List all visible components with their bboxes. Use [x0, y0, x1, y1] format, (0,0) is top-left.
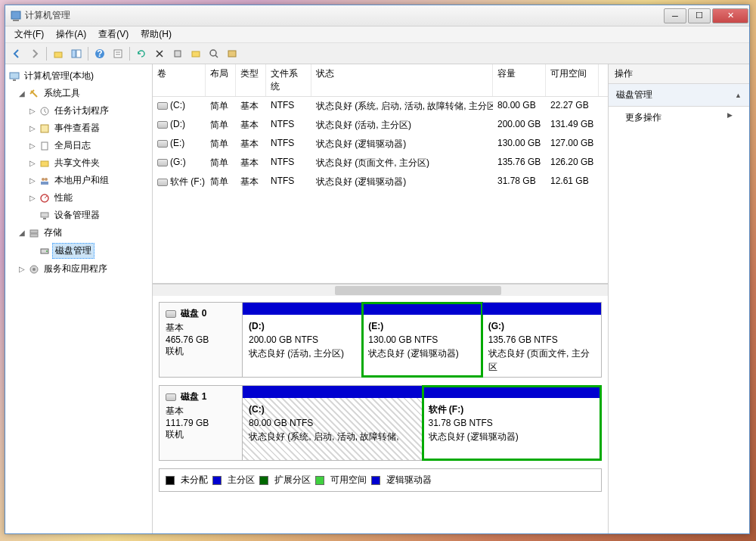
col-volume[interactable]: 卷: [153, 64, 206, 96]
tree-performance[interactable]: ▷性能: [7, 189, 150, 207]
col-layout[interactable]: 布局: [206, 64, 236, 96]
volume-list[interactable]: 卷 布局 类型 文件系统 状态 容量 可用空间 (C:)简单基本NTFS状态良好…: [153, 64, 608, 284]
disk-row[interactable]: 磁盘 1基本111.79 GB联机(C:)80.00 GB NTFS状态良好 (…: [159, 385, 602, 461]
refresh-button[interactable]: [133, 45, 150, 62]
volume-row[interactable]: (C:)简单基本NTFS状态良好 (系统, 启动, 活动, 故障转储, 主分区)…: [153, 97, 608, 116]
col-type[interactable]: 类型: [236, 64, 266, 96]
maximize-button[interactable]: ☐: [688, 8, 711, 23]
tree-root[interactable]: 计算机管理(本地): [7, 67, 150, 85]
legend-unalloc-box: [166, 476, 175, 485]
menu-view[interactable]: 查看(V): [92, 26, 135, 42]
tree-diskmgmt[interactable]: 磁盘管理: [7, 241, 150, 260]
minimize-button[interactable]: ─: [664, 8, 686, 23]
tool-5[interactable]: [169, 45, 186, 62]
tree-eventviewer[interactable]: ▷事件查看器: [7, 120, 150, 137]
volume-header-row: 卷 布局 类型 文件系统 状态 容量 可用空间: [153, 64, 608, 97]
svg-rect-1: [13, 20, 19, 21]
col-fs[interactable]: 文件系统: [266, 64, 311, 96]
menubar: 文件(F) 操作(A) 查看(V) 帮助(H): [5, 26, 749, 43]
svg-rect-3: [72, 50, 76, 58]
tree-devicemgr[interactable]: 设备管理器: [7, 207, 150, 224]
back-button[interactable]: [8, 45, 25, 62]
app-icon: [10, 10, 22, 22]
svg-point-30: [46, 250, 48, 252]
menu-help[interactable]: 帮助(H): [135, 26, 178, 42]
svg-rect-2: [54, 52, 62, 58]
partition[interactable]: 软件 (F:)31.78 GB NTFS状态良好 (逻辑驱动器): [423, 386, 602, 460]
partition[interactable]: (E:)130.00 GB NTFS状态良好 (逻辑驱动器): [362, 303, 482, 377]
menu-action[interactable]: 操作(A): [50, 26, 92, 42]
svg-text:?: ?: [97, 48, 102, 59]
delete-button[interactable]: [151, 45, 168, 62]
tree-storage[interactable]: ◢存储: [7, 224, 150, 241]
up-button[interactable]: [50, 45, 67, 62]
svg-rect-25: [41, 213, 48, 217]
expand-icon[interactable]: ▷: [28, 176, 37, 185]
folder-share-icon: [39, 157, 51, 169]
partition-body: (E:)130.00 GB NTFS状态良好 (逻辑驱动器): [362, 315, 481, 377]
disk-row[interactable]: 磁盘 0基本465.76 GB联机(D:)200.00 GB NTFS状态良好 …: [159, 302, 602, 378]
log-icon: [39, 140, 51, 152]
collapse-icon[interactable]: ▲: [735, 92, 742, 99]
collapse-icon[interactable]: ◢: [17, 89, 26, 98]
hscroll-thumb[interactable]: [335, 286, 501, 295]
volume-row[interactable]: (D:)简单基本NTFS状态良好 (活动, 主分区)200.00 GB131.4…: [153, 116, 608, 135]
volume-row[interactable]: (G:)简单基本NTFS状态良好 (页面文件, 主分区)135.76 GB126…: [153, 154, 608, 173]
disk-info: 磁盘 1基本111.79 GB联机: [160, 386, 243, 460]
window-title: 计算机管理: [25, 9, 663, 22]
actions-section[interactable]: 磁盘管理 ▲: [609, 84, 749, 107]
menu-file[interactable]: 文件(F): [8, 26, 50, 42]
col-free[interactable]: 可用空间: [546, 64, 599, 96]
tree-globallog[interactable]: ▷全局日志: [7, 137, 150, 154]
col-capacity[interactable]: 容量: [493, 64, 546, 96]
disk-icon: [157, 159, 168, 166]
collapse-icon[interactable]: ◢: [17, 229, 26, 237]
expand-icon[interactable]: ▷: [17, 265, 26, 273]
tree-systools[interactable]: ◢ 系统工具: [7, 85, 150, 102]
disk-icon: [166, 393, 176, 401]
computer-icon: [8, 70, 20, 82]
expand-icon[interactable]: ▷: [28, 124, 37, 132]
help-button[interactable]: ?: [91, 45, 108, 62]
partition-header: [243, 386, 422, 398]
partition-body: 软件 (F:)31.78 GB NTFS状态良好 (逻辑驱动器): [423, 398, 602, 460]
legend-extended-box: [259, 476, 268, 485]
forward-button[interactable]: [26, 45, 43, 62]
disk-icon: [157, 140, 168, 148]
toolbar: ?: [5, 43, 749, 64]
center-panel: 卷 布局 类型 文件系统 状态 容量 可用空间 (C:)简单基本NTFS状态良好…: [153, 64, 609, 533]
close-button[interactable]: ✕: [712, 8, 748, 23]
nav-tree[interactable]: 计算机管理(本地) ◢ 系统工具 ▷任务计划程序 ▷事件查看器 ▷全局日志 ▷共…: [5, 64, 153, 533]
tree-sharedfolders[interactable]: ▷共享文件夹: [7, 154, 150, 172]
actions-more[interactable]: 更多操作 ▶: [609, 107, 749, 129]
svg-rect-16: [13, 79, 16, 81]
expand-icon[interactable]: ▷: [28, 141, 37, 150]
tool-8[interactable]: [224, 45, 240, 62]
expand-icon[interactable]: ▷: [28, 159, 37, 167]
titlebar[interactable]: 计算机管理 ─ ☐ ✕: [5, 5, 749, 26]
disk-icon: [157, 179, 168, 186]
properties-button[interactable]: [110, 45, 126, 62]
legend-primary-box: [212, 476, 222, 485]
partition-header: [362, 303, 481, 315]
tree-services[interactable]: ▷服务和应用程序: [7, 260, 150, 278]
tree-taskscheduler[interactable]: ▷任务计划程序: [7, 102, 150, 120]
svg-rect-0: [11, 11, 20, 19]
diskmgmt-icon: [39, 245, 51, 257]
expand-icon[interactable]: ▷: [28, 107, 37, 115]
volume-row[interactable]: 软件 (F:)简单基本NTFS状态良好 (逻辑驱动器)31.78 GB12.61…: [153, 173, 608, 191]
tool-6[interactable]: [187, 45, 204, 62]
expand-icon[interactable]: ▷: [28, 194, 37, 202]
disk-diagram[interactable]: 磁盘 0基本465.76 GB联机(D:)200.00 GB NTFS状态良好 …: [153, 296, 608, 533]
svg-rect-26: [43, 218, 46, 219]
tree-localusers[interactable]: ▷本地用户和组: [7, 172, 150, 189]
hscrollbar[interactable]: [153, 284, 608, 296]
svg-line-13: [215, 55, 218, 58]
partition[interactable]: (D:)200.00 GB NTFS状态良好 (活动, 主分区): [243, 303, 362, 377]
tool-7[interactable]: [206, 45, 222, 62]
show-hide-tree-button[interactable]: [68, 45, 85, 62]
partition[interactable]: (C:)80.00 GB NTFS状态良好 (系统, 启动, 活动, 故障转储,: [243, 386, 423, 460]
volume-row[interactable]: (E:)简单基本NTFS状态良好 (逻辑驱动器)130.00 GB127.00 …: [153, 135, 608, 154]
partition[interactable]: (G:)135.76 GB NTFS状态良好 (页面文件, 主分区: [482, 303, 601, 377]
col-status[interactable]: 状态: [311, 64, 493, 96]
